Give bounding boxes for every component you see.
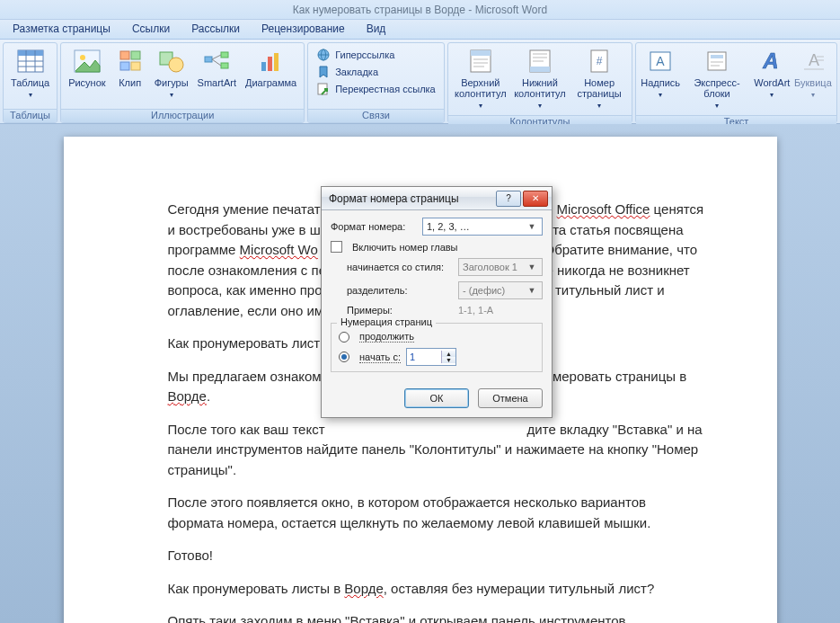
include-chapter-label: Включить номер главы bbox=[352, 242, 458, 253]
wordart-button[interactable]: A WordArt▾ bbox=[753, 45, 791, 102]
page-number-label: Номер страницы bbox=[577, 77, 621, 99]
number-format-value: 1, 2, 3, … bbox=[427, 221, 470, 232]
hyperlink-label: Гиперссылка bbox=[335, 49, 394, 60]
chart-button[interactable]: Диаграмма bbox=[242, 45, 300, 90]
svg-text:A: A bbox=[763, 49, 779, 73]
footer-icon bbox=[526, 47, 554, 76]
footer-button[interactable]: Нижний колонтитул ▾ bbox=[511, 45, 569, 113]
dropcap-icon: A bbox=[799, 47, 827, 76]
hyperlink-icon bbox=[316, 48, 331, 62]
shapes-icon bbox=[157, 47, 186, 76]
help-icon: ? bbox=[506, 193, 511, 203]
tab-references[interactable]: Ссылки bbox=[121, 20, 181, 39]
picture-button[interactable]: Рисунок bbox=[65, 45, 110, 90]
separator-value: - (дефис) bbox=[463, 285, 505, 296]
dropdown-icon: ▾ bbox=[29, 91, 32, 99]
chart-icon bbox=[257, 47, 286, 76]
examples-value: 1-1, 1-A bbox=[458, 305, 493, 316]
close-icon: ✕ bbox=[532, 193, 539, 203]
hyperlink-button[interactable]: Гиперссылка bbox=[314, 47, 438, 63]
continue-radio[interactable] bbox=[339, 332, 349, 343]
svg-line-17 bbox=[212, 55, 221, 59]
header-button[interactable]: Верхний колонтитул ▾ bbox=[452, 45, 509, 113]
wordart-label: WordArt bbox=[754, 77, 790, 88]
svg-rect-14 bbox=[205, 57, 212, 62]
number-format-label: Формат номера: bbox=[331, 221, 417, 232]
shapes-button[interactable]: Фигуры▾ bbox=[151, 45, 192, 102]
separator-combo: - (дефис) ▼ bbox=[458, 281, 543, 299]
close-button[interactable]: ✕ bbox=[523, 191, 548, 207]
start-at-label: начать с: bbox=[359, 352, 401, 363]
svg-point-13 bbox=[169, 58, 183, 72]
group-text: A Надпись▾ Экспресс-блоки▾ A WordArt▾ A … bbox=[635, 42, 837, 123]
svg-rect-16 bbox=[221, 63, 228, 68]
textbox-icon: A bbox=[646, 47, 675, 76]
ribbon-tabs: Разметка страницы Ссылки Рассылки Реценз… bbox=[0, 20, 840, 40]
crossref-button[interactable]: Перекрестная ссылка bbox=[314, 81, 438, 97]
group-tables-label: Таблицы bbox=[4, 109, 57, 122]
starts-style-label: начинается со стиля: bbox=[347, 262, 453, 272]
ok-button[interactable]: ОК bbox=[404, 388, 469, 408]
paragraph: Опять таки заходим в меню "Вставка" и от… bbox=[168, 611, 705, 623]
dropdown-icon: ▾ bbox=[770, 91, 774, 99]
svg-rect-10 bbox=[120, 62, 129, 70]
start-at-input[interactable] bbox=[407, 349, 441, 365]
table-button[interactable]: Таблица▾ bbox=[7, 45, 53, 102]
svg-rect-11 bbox=[131, 62, 140, 70]
clip-button[interactable]: Клип bbox=[111, 45, 149, 90]
group-illustrations-label: Иллюстрации bbox=[61, 109, 304, 122]
paragraph: Как пронумеровать листы в Ворде, оставля… bbox=[168, 579, 705, 600]
quickparts-label: Экспресс-блоки bbox=[694, 77, 739, 99]
dropdown-icon: ▾ bbox=[715, 102, 719, 110]
dropdown-icon: ▼ bbox=[526, 222, 538, 231]
crossref-icon bbox=[316, 82, 331, 96]
textbox-button[interactable]: A Надпись▾ bbox=[640, 45, 681, 102]
examples-label: Примеры: bbox=[347, 305, 453, 316]
quickparts-button[interactable]: Экспресс-блоки▾ bbox=[683, 45, 751, 113]
textbox-label: Надпись bbox=[641, 77, 680, 88]
cancel-button[interactable]: Отмена bbox=[478, 388, 543, 408]
svg-line-18 bbox=[212, 59, 221, 66]
dropdown-icon: ▾ bbox=[479, 102, 482, 110]
number-format-combo[interactable]: 1, 2, 3, … ▼ bbox=[422, 218, 543, 236]
header-icon bbox=[466, 47, 495, 76]
tab-view[interactable]: Вид bbox=[356, 20, 397, 39]
quickparts-icon bbox=[703, 47, 731, 76]
bookmark-label: Закладка bbox=[335, 67, 378, 77]
tab-mailings[interactable]: Рассылки bbox=[181, 20, 251, 39]
bookmark-icon bbox=[316, 65, 331, 79]
group-header-footer: Верхний колонтитул ▾ Нижний колонтитул ▾… bbox=[447, 42, 632, 123]
page-number-button[interactable]: # Номер страницы ▾ bbox=[570, 45, 628, 113]
help-button[interactable]: ? bbox=[496, 191, 521, 207]
svg-rect-8 bbox=[120, 51, 129, 59]
svg-rect-21 bbox=[274, 53, 279, 71]
dropcap-label: Буквица bbox=[794, 77, 832, 88]
svg-rect-19 bbox=[261, 62, 266, 71]
continue-label: продолжить bbox=[359, 331, 414, 343]
table-icon bbox=[16, 47, 45, 76]
starts-style-combo: Заголовок 1 ▼ bbox=[458, 258, 543, 276]
include-chapter-checkbox[interactable] bbox=[331, 241, 342, 253]
paragraph: После этого появляется окно, в котором о… bbox=[168, 493, 705, 533]
svg-text:A: A bbox=[656, 54, 665, 68]
dialog-footer: ОК Отмена bbox=[322, 381, 552, 417]
dropdown-icon: ▼ bbox=[526, 263, 538, 271]
smartart-icon bbox=[202, 47, 231, 76]
spin-up-icon[interactable]: ▲ bbox=[442, 351, 455, 357]
tab-review[interactable]: Рецензирование bbox=[251, 20, 356, 39]
bookmark-button[interactable]: Закладка bbox=[314, 64, 438, 80]
dropdown-icon: ▾ bbox=[811, 91, 815, 99]
ribbon: Таблица▾ Таблицы Рисунок Клип Фигуры▾ Sm… bbox=[0, 40, 840, 124]
start-at-spinner[interactable]: ▲ ▼ bbox=[406, 348, 456, 366]
page-numbering-legend: Нумерация страниц bbox=[337, 316, 436, 327]
tab-page-layout[interactable]: Разметка страницы bbox=[2, 20, 121, 39]
start-at-radio[interactable] bbox=[339, 352, 349, 362]
dropdown-icon: ▾ bbox=[538, 102, 542, 110]
window-title: Как нумеровать страницы в Ворде - Micros… bbox=[293, 4, 547, 16]
dialog-titlebar[interactable]: Формат номера страницы ? ✕ bbox=[322, 187, 552, 210]
spin-down-icon[interactable]: ▼ bbox=[442, 357, 455, 363]
dropcap-button[interactable]: A Буквица▾ bbox=[793, 45, 833, 102]
paragraph: После того как ваш текстxxxxxxxxxxxxxxxx… bbox=[168, 420, 705, 481]
smartart-button[interactable]: SmartArt bbox=[194, 45, 240, 90]
group-tables: Таблица▾ Таблицы bbox=[3, 42, 57, 123]
